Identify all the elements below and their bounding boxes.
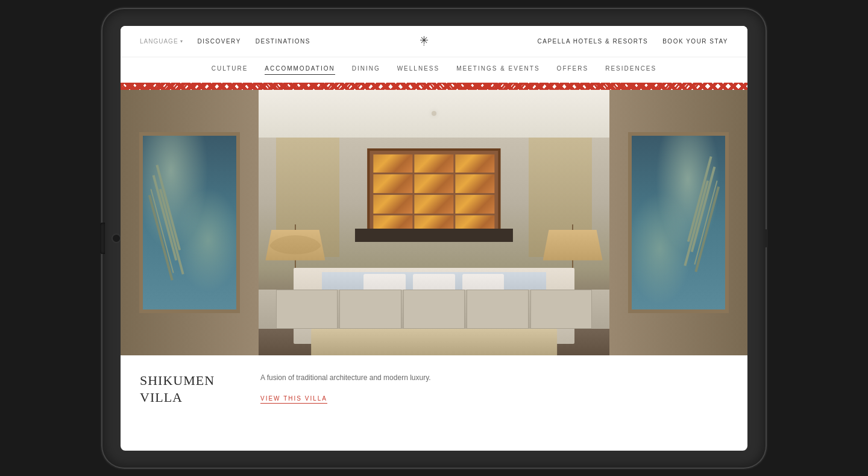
lamp-shade-right	[543, 230, 603, 261]
book-stay-button[interactable]: BOOK YOUR STAY	[662, 38, 728, 45]
tablet-screen: LANGUAGE ▾ DISCOVERY DESTINATIONS ✳ • CA…	[121, 26, 747, 451]
bench	[311, 329, 557, 355]
wainscot-panel	[339, 290, 401, 329]
villa-title: SHIKUMEN VILLA	[140, 372, 236, 407]
left-artwork-panel	[121, 90, 259, 355]
nav-item-culture[interactable]: CULTURE	[212, 65, 248, 74]
wainscot-panel	[467, 290, 528, 329]
nav-item-residences[interactable]: RESIDENCES	[605, 65, 656, 74]
nav-item-offers[interactable]: OFFERS	[557, 65, 589, 74]
logo-center[interactable]: ✳ •	[420, 35, 429, 47]
wainscot-panel	[276, 290, 338, 329]
content-section: SHIKUMEN VILLA A fusion of traditional a…	[121, 355, 747, 419]
tablet-camera	[112, 233, 121, 243]
nav-item-accommodation[interactable]: ACCOMMODATION	[265, 65, 335, 75]
room-interior	[121, 90, 747, 355]
ceiling	[259, 90, 609, 138]
window-pane	[456, 195, 495, 214]
center-panel	[259, 90, 609, 355]
brand-name[interactable]: CAPELLA HOTELS & RESORTS	[538, 38, 649, 45]
secondary-nav: CULTURE ACCOMMODATION DINING WELLNESS ME…	[121, 57, 747, 83]
window-pane	[414, 195, 453, 214]
zigzag-svg	[121, 83, 747, 90]
walls	[259, 138, 609, 355]
wainscot-panel	[403, 290, 465, 329]
top-nav: LANGUAGE ▾ DISCOVERY DESTINATIONS ✳ • CA…	[121, 26, 747, 57]
top-nav-right: CAPELLA HOTELS & RESORTS BOOK YOUR STAY	[538, 38, 728, 45]
window-pane	[373, 174, 412, 193]
artwork-right	[628, 132, 729, 313]
top-nav-left: LANGUAGE ▾ DISCOVERY DESTINATIONS	[140, 38, 310, 45]
villa-description: A fusion of traditional architecture and…	[260, 372, 728, 404]
logo-star: ✳ •	[420, 35, 429, 47]
window-pane	[414, 174, 453, 193]
language-label: LANGUAGE	[140, 38, 178, 45]
wainscot	[259, 290, 609, 329]
window-pane	[373, 154, 412, 173]
hero-section: SHIKUMEN VILLA A fusion of traditional a…	[121, 90, 747, 451]
tv-console	[355, 229, 513, 242]
window	[367, 148, 500, 240]
discovery-nav-item[interactable]: DISCOVERY	[198, 38, 241, 45]
destinations-nav-item[interactable]: DESTINATIONS	[256, 38, 310, 45]
zigzag-border	[121, 83, 747, 90]
window-pane	[456, 174, 495, 193]
right-artwork-panel	[609, 90, 747, 355]
wainscot-panel	[530, 290, 592, 329]
language-button[interactable]: LANGUAGE ▾	[140, 38, 183, 45]
lamp-shade-left	[265, 230, 325, 261]
window-pane	[414, 154, 453, 173]
hero-image	[121, 90, 747, 355]
window-pane	[456, 154, 495, 173]
nav-item-meetings[interactable]: MEETINGS & EVENTS	[456, 65, 539, 74]
tablet-frame: LANGUAGE ▾ DISCOVERY DESTINATIONS ✳ • CA…	[102, 9, 766, 468]
nav-item-dining[interactable]: DINING	[352, 65, 380, 74]
nav-item-wellness[interactable]: WELLNESS	[397, 65, 439, 74]
language-arrow: ▾	[180, 39, 183, 44]
window-pane	[373, 195, 412, 214]
artwork-left	[139, 132, 240, 313]
villa-desc-text: A fusion of traditional architecture and…	[260, 372, 728, 384]
view-villa-link[interactable]: VIEW THIS VILLA	[260, 395, 327, 404]
